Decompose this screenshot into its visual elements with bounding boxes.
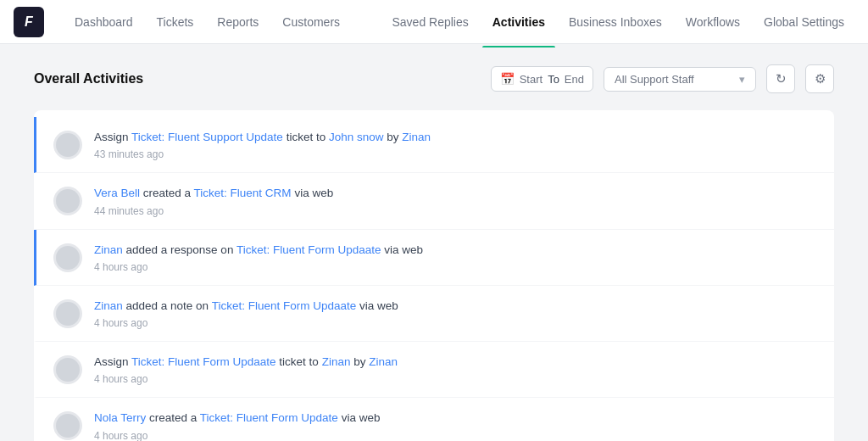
user-link[interactable]: Zinan <box>94 243 123 256</box>
activity-time: 43 minutes ago <box>94 148 817 160</box>
ticket-link[interactable]: Ticket: Fluent Support Update <box>131 131 283 143</box>
activity-text-3: Zinan added a response on Ticket: Fluent… <box>94 242 817 259</box>
top-nav: F Dashboard Tickets Reports Customers Sa… <box>0 0 868 44</box>
logo: F <box>14 7 44 37</box>
activity-item: Assign Ticket: Fluent Form Updaate ticke… <box>34 342 834 398</box>
activity-text-1: Assign Ticket: Fluent Support Update tic… <box>94 129 817 146</box>
settings-icon: ⚙ <box>815 71 826 87</box>
user-link[interactable]: John snow <box>329 131 384 143</box>
staff-dropdown[interactable]: All Support Staff ▾ <box>604 67 756 92</box>
calendar-icon: 📅 <box>500 72 515 86</box>
activity-time: 4 hours ago <box>94 430 817 442</box>
date-start-label: Start <box>520 73 542 86</box>
activity-time: 4 hours ago <box>94 373 817 385</box>
user-link[interactable]: Zinan <box>322 355 351 368</box>
user-link[interactable]: Zinan <box>94 299 123 312</box>
avatar <box>53 355 82 384</box>
avatar <box>53 299 82 328</box>
ticket-link[interactable]: Ticket: Fluent CRM <box>194 187 292 199</box>
avatar <box>53 131 82 159</box>
activity-text-2: Vera Bell created a Ticket: Fluent CRM v… <box>94 185 817 202</box>
refresh-icon: ↻ <box>776 71 787 87</box>
activity-text-5: Assign Ticket: Fluent Form Updaate ticke… <box>94 354 817 371</box>
activity-time: 4 hours ago <box>94 261 817 273</box>
activity-list: Assign Ticket: Fluent Support Update tic… <box>34 110 834 441</box>
avatar <box>53 411 82 440</box>
date-end-label: End <box>565 73 584 86</box>
section-title: Overall Activities <box>34 71 143 87</box>
ticket-link[interactable]: Ticket: Fluent Form Updaate <box>236 243 381 256</box>
ticket-link[interactable]: Ticket: Fluent Form Updaate <box>131 355 276 368</box>
activity-time: 4 hours ago <box>94 317 817 329</box>
nav-right: Saved Replies Activities Business Inboxe… <box>381 8 854 36</box>
nav-global-settings[interactable]: Global Settings <box>754 8 854 36</box>
avatar <box>53 187 82 215</box>
ticket-link[interactable]: Ticket: Fluent Form Updaate <box>212 299 357 312</box>
agent-link[interactable]: Zinan <box>369 355 398 368</box>
nav-saved-replies[interactable]: Saved Replies <box>381 8 478 36</box>
date-to-label: To <box>548 73 559 86</box>
user-link[interactable]: Nola Terry <box>94 411 146 424</box>
nav-reports[interactable]: Reports <box>207 8 269 36</box>
chevron-down-icon: ▾ <box>739 73 745 86</box>
activity-item: Zinan added a note on Ticket: Fluent For… <box>34 286 834 342</box>
activity-text-6: Nola Terry created a Ticket: Fluent Form… <box>94 410 817 427</box>
agent-link[interactable]: Zinan <box>402 131 431 143</box>
settings-button[interactable]: ⚙ <box>805 64 834 93</box>
nav-dashboard[interactable]: Dashboard <box>64 8 143 36</box>
refresh-button[interactable]: ↻ <box>766 64 795 93</box>
main-content: Overall Activities 📅 Start To End All Su… <box>0 44 868 441</box>
section-header: Overall Activities 📅 Start To End All Su… <box>34 64 834 93</box>
date-filter[interactable]: 📅 Start To End <box>491 66 593 92</box>
nav-left: Dashboard Tickets Reports Customers <box>64 8 350 36</box>
activity-item: Vera Bell created a Ticket: Fluent CRM v… <box>34 173 834 229</box>
nav-workflows[interactable]: Workflows <box>676 8 750 36</box>
nav-activities[interactable]: Activities <box>482 8 555 36</box>
ticket-link[interactable]: Ticket: Fluent Form Update <box>200 411 338 424</box>
user-link[interactable]: Vera Bell <box>94 187 140 199</box>
activity-time: 44 minutes ago <box>94 205 817 217</box>
staff-dropdown-label: All Support Staff <box>615 73 694 86</box>
activity-item: Zinan added a response on Ticket: Fluent… <box>34 230 834 286</box>
nav-customers[interactable]: Customers <box>272 8 350 36</box>
activity-item: Assign Ticket: Fluent Support Update tic… <box>34 117 834 173</box>
activity-text-4: Zinan added a note on Ticket: Fluent For… <box>94 298 817 315</box>
nav-tickets[interactable]: Tickets <box>147 8 204 36</box>
activity-item: Nola Terry created a Ticket: Fluent Form… <box>34 398 834 441</box>
avatar <box>53 243 82 272</box>
nav-business-inboxes[interactable]: Business Inboxes <box>559 8 672 36</box>
